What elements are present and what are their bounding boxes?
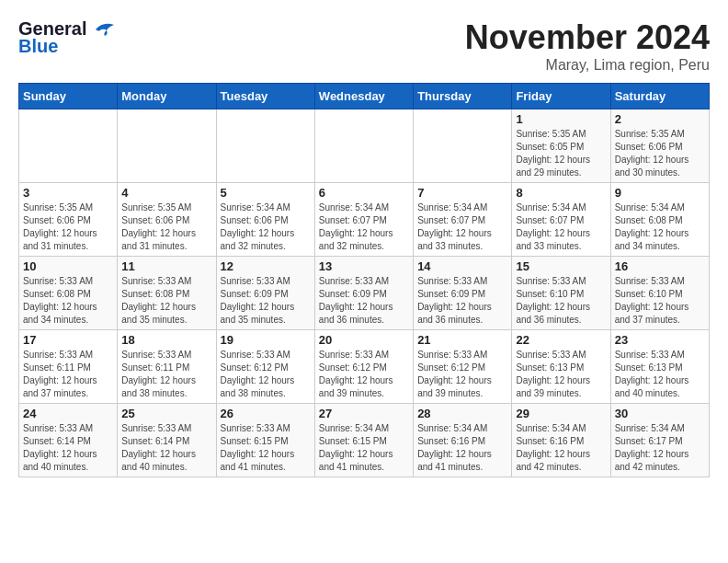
- calendar-cell: 16Sunrise: 5:33 AM Sunset: 6:10 PM Dayli…: [610, 257, 709, 330]
- calendar-cell: 3Sunrise: 5:35 AM Sunset: 6:06 PM Daylig…: [19, 183, 118, 257]
- calendar-header: SundayMondayTuesdayWednesdayThursdayFrid…: [19, 84, 710, 109]
- day-number: 7: [417, 186, 507, 200]
- day-detail: Sunrise: 5:35 AM Sunset: 6:06 PM Dayligh…: [121, 201, 211, 253]
- calendar-cell: 29Sunrise: 5:34 AM Sunset: 6:16 PM Dayli…: [512, 404, 610, 477]
- day-detail: Sunrise: 5:33 AM Sunset: 6:09 PM Dayligh…: [319, 275, 409, 327]
- day-detail: Sunrise: 5:33 AM Sunset: 6:12 PM Dayligh…: [221, 349, 311, 400]
- weekday-tuesday: Tuesday: [216, 84, 314, 109]
- day-number: 30: [615, 407, 705, 420]
- day-number: 1: [516, 112, 606, 126]
- day-number: 3: [23, 186, 113, 200]
- day-number: 5: [221, 186, 311, 200]
- title-block: November 2024 Maray, Lima region, Peru: [465, 18, 710, 74]
- calendar-subtitle: Maray, Lima region, Peru: [465, 57, 710, 74]
- calendar-cell: 17Sunrise: 5:33 AM Sunset: 6:11 PM Dayli…: [19, 330, 118, 404]
- day-detail: Sunrise: 5:33 AM Sunset: 6:12 PM Dayligh…: [417, 349, 507, 400]
- calendar-week-3: 10Sunrise: 5:33 AM Sunset: 6:08 PM Dayli…: [19, 257, 710, 330]
- day-detail: Sunrise: 5:33 AM Sunset: 6:09 PM Dayligh…: [221, 275, 311, 327]
- calendar-cell: 6Sunrise: 5:34 AM Sunset: 6:07 PM Daylig…: [314, 183, 413, 257]
- calendar-cell: 7Sunrise: 5:34 AM Sunset: 6:07 PM Daylig…: [414, 183, 512, 257]
- calendar-cell: 8Sunrise: 5:34 AM Sunset: 6:07 PM Daylig…: [512, 183, 610, 257]
- calendar-cell: 23Sunrise: 5:33 AM Sunset: 6:13 PM Dayli…: [610, 330, 709, 404]
- day-number: 18: [121, 333, 211, 347]
- calendar-cell: 15Sunrise: 5:33 AM Sunset: 6:10 PM Dayli…: [512, 257, 610, 330]
- calendar-cell: 10Sunrise: 5:33 AM Sunset: 6:08 PM Dayli…: [19, 257, 118, 330]
- day-detail: Sunrise: 5:35 AM Sunset: 6:05 PM Dayligh…: [516, 128, 606, 179]
- day-detail: Sunrise: 5:34 AM Sunset: 6:17 PM Dayligh…: [615, 422, 705, 474]
- calendar-cell: [414, 109, 512, 183]
- day-detail: Sunrise: 5:35 AM Sunset: 6:06 PM Dayligh…: [23, 201, 113, 253]
- calendar-title: November 2024: [465, 18, 710, 57]
- day-detail: Sunrise: 5:35 AM Sunset: 6:06 PM Dayligh…: [615, 128, 705, 179]
- day-detail: Sunrise: 5:34 AM Sunset: 6:16 PM Dayligh…: [417, 422, 507, 474]
- day-detail: Sunrise: 5:33 AM Sunset: 6:08 PM Dayligh…: [121, 275, 211, 327]
- day-number: 17: [23, 333, 113, 347]
- day-number: 21: [417, 333, 507, 347]
- calendar-cell: [314, 109, 413, 183]
- day-number: 16: [615, 259, 705, 273]
- day-detail: Sunrise: 5:34 AM Sunset: 6:16 PM Dayligh…: [516, 422, 606, 474]
- logo-bird-icon: [88, 19, 118, 40]
- calendar-cell: 19Sunrise: 5:33 AM Sunset: 6:12 PM Dayli…: [216, 330, 314, 404]
- calendar-cell: [216, 109, 314, 183]
- day-detail: Sunrise: 5:33 AM Sunset: 6:08 PM Dayligh…: [23, 275, 113, 327]
- day-detail: Sunrise: 5:34 AM Sunset: 6:06 PM Dayligh…: [221, 201, 311, 253]
- calendar-week-5: 24Sunrise: 5:33 AM Sunset: 6:14 PM Dayli…: [19, 404, 710, 477]
- calendar-week-2: 3Sunrise: 5:35 AM Sunset: 6:06 PM Daylig…: [19, 183, 710, 257]
- day-number: 24: [23, 407, 113, 420]
- day-number: 29: [516, 407, 606, 420]
- calendar-cell: 27Sunrise: 5:34 AM Sunset: 6:15 PM Dayli…: [314, 404, 413, 477]
- calendar-week-1: 1Sunrise: 5:35 AM Sunset: 6:05 PM Daylig…: [19, 109, 710, 183]
- calendar-cell: 26Sunrise: 5:33 AM Sunset: 6:15 PM Dayli…: [216, 404, 314, 477]
- day-detail: Sunrise: 5:34 AM Sunset: 6:07 PM Dayligh…: [417, 201, 507, 253]
- calendar-cell: 13Sunrise: 5:33 AM Sunset: 6:09 PM Dayli…: [314, 257, 413, 330]
- day-detail: Sunrise: 5:34 AM Sunset: 6:07 PM Dayligh…: [516, 201, 606, 253]
- day-number: 19: [221, 333, 311, 347]
- calendar-cell: 30Sunrise: 5:34 AM Sunset: 6:17 PM Dayli…: [610, 404, 709, 477]
- day-number: 9: [615, 186, 705, 200]
- weekday-saturday: Saturday: [610, 84, 709, 109]
- day-number: 10: [23, 259, 113, 273]
- calendar-cell: 20Sunrise: 5:33 AM Sunset: 6:12 PM Dayli…: [314, 330, 413, 404]
- day-detail: Sunrise: 5:33 AM Sunset: 6:10 PM Dayligh…: [615, 275, 705, 327]
- day-detail: Sunrise: 5:33 AM Sunset: 6:11 PM Dayligh…: [23, 349, 113, 400]
- day-number: 26: [221, 407, 311, 420]
- calendar-cell: 2Sunrise: 5:35 AM Sunset: 6:06 PM Daylig…: [610, 109, 709, 183]
- calendar-cell: 12Sunrise: 5:33 AM Sunset: 6:09 PM Dayli…: [216, 257, 314, 330]
- calendar-cell: 9Sunrise: 5:34 AM Sunset: 6:08 PM Daylig…: [610, 183, 709, 257]
- day-number: 11: [121, 259, 211, 273]
- day-number: 2: [615, 112, 705, 126]
- day-detail: Sunrise: 5:33 AM Sunset: 6:13 PM Dayligh…: [615, 349, 705, 400]
- calendar-cell: [19, 109, 118, 183]
- day-detail: Sunrise: 5:33 AM Sunset: 6:15 PM Dayligh…: [221, 422, 311, 474]
- day-number: 12: [221, 259, 311, 273]
- day-number: 25: [121, 407, 211, 420]
- calendar-cell: 1Sunrise: 5:35 AM Sunset: 6:05 PM Daylig…: [512, 109, 610, 183]
- day-number: 8: [516, 186, 606, 200]
- day-number: 20: [319, 333, 409, 347]
- day-number: 6: [319, 186, 409, 200]
- calendar-cell: 14Sunrise: 5:33 AM Sunset: 6:09 PM Dayli…: [414, 257, 512, 330]
- calendar-cell: 4Sunrise: 5:35 AM Sunset: 6:06 PM Daylig…: [118, 183, 216, 257]
- day-detail: Sunrise: 5:33 AM Sunset: 6:10 PM Dayligh…: [516, 275, 606, 327]
- day-detail: Sunrise: 5:33 AM Sunset: 6:09 PM Dayligh…: [417, 275, 507, 327]
- page-header: General Blue November 2024 Maray, Lima r…: [18, 18, 710, 74]
- calendar-cell: 21Sunrise: 5:33 AM Sunset: 6:12 PM Dayli…: [414, 330, 512, 404]
- day-number: 14: [417, 259, 507, 273]
- day-detail: Sunrise: 5:33 AM Sunset: 6:14 PM Dayligh…: [121, 422, 211, 474]
- day-number: 23: [615, 333, 705, 347]
- weekday-header-row: SundayMondayTuesdayWednesdayThursdayFrid…: [19, 84, 710, 109]
- calendar-cell: 24Sunrise: 5:33 AM Sunset: 6:14 PM Dayli…: [19, 404, 118, 477]
- day-detail: Sunrise: 5:34 AM Sunset: 6:08 PM Dayligh…: [615, 201, 705, 253]
- calendar-body: 1Sunrise: 5:35 AM Sunset: 6:05 PM Daylig…: [19, 109, 710, 477]
- calendar-cell: 22Sunrise: 5:33 AM Sunset: 6:13 PM Dayli…: [512, 330, 610, 404]
- day-number: 4: [121, 186, 211, 200]
- day-number: 22: [516, 333, 606, 347]
- day-detail: Sunrise: 5:34 AM Sunset: 6:15 PM Dayligh…: [319, 422, 409, 474]
- weekday-monday: Monday: [118, 84, 216, 109]
- day-number: 27: [319, 407, 409, 420]
- calendar-cell: 28Sunrise: 5:34 AM Sunset: 6:16 PM Dayli…: [414, 404, 512, 477]
- day-detail: Sunrise: 5:33 AM Sunset: 6:12 PM Dayligh…: [319, 349, 409, 400]
- calendar-cell: 18Sunrise: 5:33 AM Sunset: 6:11 PM Dayli…: [118, 330, 216, 404]
- weekday-thursday: Thursday: [414, 84, 512, 109]
